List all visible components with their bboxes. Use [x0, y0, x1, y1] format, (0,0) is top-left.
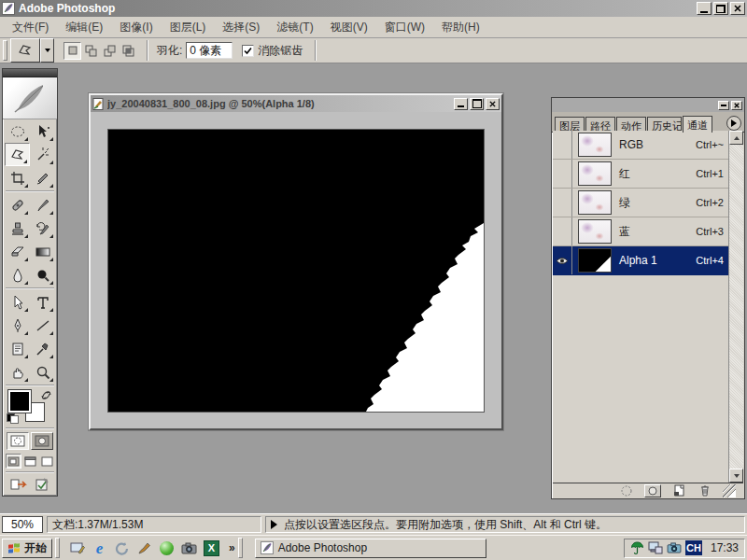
task-button-photoshop[interactable]: Adobe Photoshop — [255, 539, 486, 558]
scroll-down-icon[interactable] — [729, 469, 743, 483]
tab-actions[interactable]: 动作 — [616, 117, 646, 132]
menu-view[interactable]: 视图(V) — [322, 17, 376, 38]
show-desktop-icon[interactable] — [68, 539, 86, 557]
foreground-color-swatch[interactable] — [8, 390, 31, 413]
excel-icon[interactable]: X — [203, 539, 220, 557]
channel-row-red[interactable]: 红 Ctrl+1 — [553, 160, 728, 189]
load-channel-as-selection-icon[interactable] — [618, 484, 635, 497]
tool-preset-button[interactable] — [10, 38, 40, 63]
tool-preset-dropdown[interactable] — [40, 38, 54, 63]
channel-row-green[interactable]: 绿 Ctrl+2 — [553, 189, 728, 217]
minimize-icon[interactable] — [697, 2, 712, 15]
taskbar-grip[interactable] — [55, 538, 60, 558]
tool-polygonal-lasso[interactable] — [5, 143, 30, 166]
document-titlebar[interactable]: jy_20040831_800_08.jpg @ 50%(Alpha 1/8) — [91, 95, 501, 112]
antivirus-umbrella-icon[interactable] — [630, 541, 644, 555]
tool-slice[interactable] — [30, 166, 55, 189]
taskbar-grip-2[interactable] — [238, 538, 243, 558]
jump-to-imageready-icon[interactable] — [10, 477, 31, 492]
mail-client-icon[interactable] — [113, 539, 131, 557]
tool-line[interactable] — [30, 314, 55, 337]
visibility-toggle[interactable] — [553, 246, 572, 274]
palette-titlebar[interactable] — [552, 98, 744, 112]
new-channel-icon[interactable] — [670, 484, 687, 497]
tool-gradient[interactable] — [30, 240, 55, 263]
tool-blur[interactable] — [5, 263, 30, 287]
selection-mode-subtract[interactable] — [101, 42, 119, 60]
selection-mode-new[interactable] — [63, 42, 81, 60]
visibility-toggle[interactable] — [553, 131, 572, 159]
menu-select[interactable]: 选择(S) — [214, 17, 268, 38]
palette-close-icon[interactable] — [731, 101, 742, 110]
menu-filter[interactable]: 滤镜(T) — [268, 17, 321, 38]
hint-arrow-icon[interactable] — [271, 520, 277, 529]
tool-pen[interactable] — [5, 314, 30, 337]
menu-image[interactable]: 图像(I) — [111, 17, 161, 38]
network-computer-icon[interactable] — [648, 541, 663, 554]
toolbox-grip[interactable] — [3, 69, 57, 77]
menu-layer[interactable]: 图层(L) — [162, 17, 215, 38]
internet-explorer-icon[interactable]: e — [91, 539, 108, 557]
visibility-toggle[interactable] — [553, 217, 572, 245]
input-method-indicator[interactable]: CH — [685, 540, 702, 555]
tool-eraser[interactable] — [5, 240, 30, 263]
tool-hand[interactable] — [5, 360, 30, 384]
camera-app-icon[interactable] — [180, 539, 198, 557]
paint-tool-icon[interactable] — [135, 539, 153, 557]
imageready-edit-icon[interactable] — [35, 477, 49, 492]
tool-history-brush[interactable] — [30, 217, 55, 240]
tray-clock[interactable]: 17:33 — [711, 541, 739, 554]
swap-colors-icon[interactable] — [40, 389, 52, 401]
channel-row-rgb[interactable]: RGB Ctrl+~ — [553, 131, 728, 160]
palette-minimize-icon[interactable] — [718, 101, 729, 110]
image-canvas[interactable] — [108, 130, 484, 412]
scroll-up-icon[interactable] — [729, 131, 743, 145]
doc-maximize-icon[interactable] — [470, 98, 484, 110]
fullscreen-mode-button[interactable] — [39, 454, 55, 469]
menu-file[interactable]: 文件(F) — [4, 17, 57, 38]
quick-launch-overflow[interactable]: » — [229, 541, 235, 554]
tool-type[interactable] — [30, 290, 55, 314]
zoom-level-input[interactable]: 50% — [2, 516, 43, 533]
channel-row-alpha1[interactable]: Alpha 1 Ctrl+4 — [553, 246, 728, 275]
document-size-panel[interactable]: 文档:1.37M/1.53M — [47, 516, 261, 533]
fullscreen-menubar-mode-button[interactable] — [22, 454, 38, 469]
selection-mode-intersect[interactable] — [120, 42, 137, 60]
tool-dodge[interactable] — [30, 263, 55, 287]
selection-mode-add[interactable] — [82, 42, 100, 60]
tool-healing-brush[interactable] — [5, 193, 30, 217]
options-bar-grip[interactable] — [3, 40, 7, 61]
tool-zoom[interactable] — [30, 360, 55, 384]
tab-paths[interactable]: 路径 — [585, 117, 615, 132]
tab-channels[interactable]: 通道 — [683, 116, 712, 133]
palette-scrollbar[interactable] — [728, 131, 743, 483]
palette-menu-icon[interactable] — [726, 116, 741, 131]
channel-row-blue[interactable]: 蓝 Ctrl+3 — [553, 217, 728, 246]
quick-mask-mode-button[interactable] — [31, 432, 53, 450]
doc-close-icon[interactable] — [486, 98, 500, 110]
standard-screen-mode-button[interactable] — [6, 454, 21, 469]
tool-move[interactable] — [30, 119, 55, 143]
close-icon[interactable] — [730, 2, 745, 15]
menu-window[interactable]: 窗口(W) — [376, 17, 433, 38]
restore-icon[interactable] — [713, 2, 728, 15]
default-colors-icon[interactable] — [7, 413, 19, 424]
menu-help[interactable]: 帮助(H) — [433, 17, 488, 38]
doc-minimize-icon[interactable] — [454, 98, 468, 110]
standard-mode-button[interactable] — [7, 432, 29, 450]
save-selection-as-channel-icon[interactable] — [644, 484, 661, 497]
antialias-checkbox[interactable] — [242, 45, 254, 57]
tool-clone-stamp[interactable] — [5, 217, 30, 240]
tool-path-selection[interactable] — [5, 290, 30, 314]
visibility-toggle[interactable] — [553, 160, 572, 188]
visibility-toggle[interactable] — [553, 189, 572, 217]
delete-channel-icon[interactable] — [697, 484, 713, 497]
adobe-feather-logo[interactable] — [3, 77, 57, 119]
tool-magic-wand[interactable] — [30, 143, 55, 166]
camera-tray-icon[interactable] — [667, 542, 682, 553]
tool-elliptical-marquee[interactable] — [5, 119, 30, 143]
media-player-icon[interactable] — [158, 539, 176, 557]
tab-history[interactable]: 历史记 — [647, 117, 682, 132]
feather-input[interactable]: 0 像素 — [186, 42, 233, 59]
menu-edit[interactable]: 编辑(E) — [57, 17, 111, 38]
